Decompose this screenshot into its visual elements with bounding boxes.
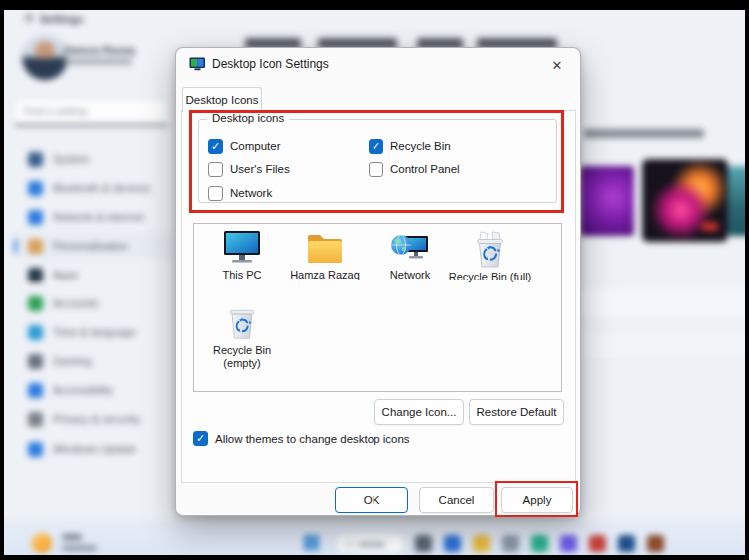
personalisation-icon [28,239,43,254]
theme-thumbnail-purple[interactable] [580,166,634,236]
icon-item-recycle-bin-full[interactable]: Recycle Bin (full) [447,230,533,283]
profile-name: Hamza Razaq [64,44,135,56]
sidebar-item-accessibility[interactable]: Accessibility [14,377,174,403]
avatar [22,34,68,80]
recycle-bin-empty-icon [221,307,263,341]
screenshot-stage: ⚙ Settings Hamza Razaq Find a setting Sy… [0,0,749,560]
sidebar-item-bluetooth[interactable]: Bluetooth & devices [14,175,174,201]
cancel-button[interactable]: Cancel [419,487,494,513]
app-teal-icon[interactable] [531,535,548,552]
network-icon [389,230,431,266]
app-gray-icon[interactable] [502,535,519,552]
checkbox-network[interactable]: Network [208,185,272,201]
apps-icon [28,268,43,282]
search-placeholder: Find a setting [24,105,87,117]
network-globe-icon [28,210,43,225]
theme-thumbnail-selected[interactable] [642,159,728,242]
privacy-icon [28,412,43,427]
checkbox-recycle-bin[interactable]: Recycle Bin [369,138,451,154]
accounts-icon [28,296,43,311]
frame-right [745,0,749,560]
icon-item-this-pc[interactable]: This PC [202,230,282,281]
bluetooth-icon [28,181,43,196]
checkbox-computer[interactable]: Computer [208,138,281,154]
windows-update-icon [28,442,43,457]
theme-thumbnail-teal[interactable] [728,166,745,236]
task-view-icon[interactable] [415,535,432,552]
frame-left [0,0,4,560]
app-purple-icon[interactable] [560,535,577,552]
sidebar-item-system[interactable]: System [14,146,174,172]
page-subtitle-blur [584,129,704,138]
icon-item-user-folder[interactable]: Hamza Razaq [280,230,370,281]
desktop: ⚙ Settings Hamza Razaq Find a setting Sy… [4,10,745,555]
sidebar-item-apps[interactable]: Apps [14,262,174,287]
profile-email-blur [64,58,132,65]
sidebar-item-privacy[interactable]: Privacy & security [14,406,174,432]
content-row-blur [577,289,745,317]
desktop-icon-settings-dialog: Desktop Icon Settings ✕ Desktop Icons De… [175,47,581,516]
search-input[interactable]: Find a setting [14,99,168,126]
system-icon [28,152,43,167]
checkbox-control-panel[interactable]: Control Panel [369,161,460,177]
frame-bottom [0,555,749,560]
sidebar-item-network[interactable]: Network & internet [14,204,174,230]
app-brown-icon[interactable] [647,535,664,552]
icon-item-recycle-bin-empty[interactable]: Recycle Bin (empty) [202,307,282,370]
taskbar-search[interactable] [336,534,405,554]
gaming-icon [28,354,43,369]
weather-icon[interactable] [32,533,52,553]
settings-titlebar: ⚙ Settings [4,10,745,34]
sidebar-item-windows-update[interactable]: Windows Update [14,436,174,462]
content-row-blur [577,333,745,357]
gear-icon: ⚙ [24,12,34,25]
weather-temp-blur [62,534,82,540]
icon-item-network[interactable]: Network [372,230,449,281]
start-icon[interactable] [304,535,320,551]
desktop-icon-settings-icon [189,56,206,72]
sidebar-item-time-language[interactable]: Time & language [14,319,174,345]
sidebar-item-gaming[interactable]: Gaming [14,348,174,374]
app-navy-icon[interactable] [618,535,635,552]
time-language-icon [28,325,43,340]
sidebar-item-personalisation[interactable]: Personalisation [14,233,174,259]
dialog-title: Desktop Icon Settings [212,57,329,71]
settings-window-title: Settings [40,13,83,25]
apply-button[interactable]: Apply [501,487,573,513]
recycle-bin-full-icon [469,230,511,268]
allow-themes-checkbox[interactable]: Allow themes to change desktop icons [193,431,410,446]
desktop-icon-list: This PC Hamza Razaq [193,223,562,392]
file-explorer-icon[interactable] [473,535,490,552]
ok-button[interactable]: OK [335,487,408,513]
sidebar-item-accounts[interactable]: Accounts [14,290,174,316]
photos-icon[interactable] [589,535,606,552]
restore-default-button[interactable]: Restore Default [469,399,564,425]
user-folder-icon [304,230,346,266]
accessibility-icon [28,383,43,398]
change-icon-button[interactable]: Change Icon... [374,399,464,425]
tab-desktop-icons[interactable]: Desktop Icons [182,87,262,112]
frame-top [0,0,749,10]
app-blue-icon[interactable] [444,535,461,552]
group-label: Desktop icons [207,112,289,124]
close-icon[interactable]: ✕ [547,55,567,75]
weather-condition-blur [62,545,97,551]
taskbar [4,523,745,555]
checkbox-users-files[interactable]: User's Files [208,161,290,177]
this-pc-icon [221,230,263,266]
